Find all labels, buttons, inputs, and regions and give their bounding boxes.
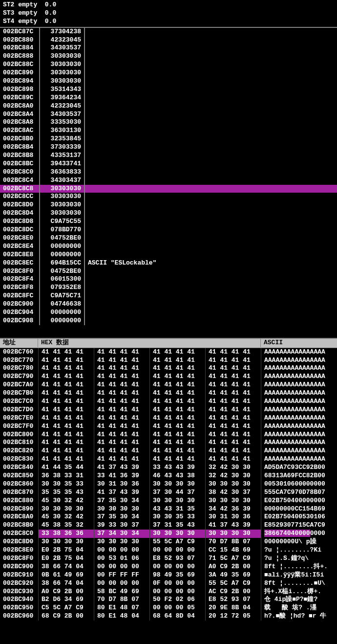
stack-row[interactable]: 002BC8D8C9A75C55 [0,218,337,226]
stack-row[interactable]: 002BC89C39364234 [0,94,337,102]
stack-address: 002BC8B4 [0,143,40,152]
hex-row[interactable]: 002BC96068 C9 2B 0080 E1 48 0468 64 8D 0… [0,612,337,621]
column-address[interactable]: 地址 [0,339,38,347]
stack-comment [85,193,337,201]
stack-row[interactable]: 002BC89430303030 [0,77,337,86]
hex-row[interactable]: 002BC940B2 D6 34 6970 D7 8B 0750 F2 02 0… [0,596,337,604]
hex-row[interactable]: 002BC8F0E0 2B 75 0400 53 01 06E8 52 93 0… [0,555,337,563]
stack-row[interactable]: 002BC8AC36303130 [0,127,337,135]
stack-row[interactable]: 002BC8A833353030 [0,118,337,127]
stack-row[interactable]: 002BC8D030303030 [0,201,337,209]
hex-byte-group: E8 52 93 07 [205,596,261,604]
stack-row[interactable]: 002BC88042323045 [0,36,337,44]
hex-row[interactable]: 002BC7B041 41 41 4141 41 41 4141 41 41 4… [0,389,337,398]
hex-row[interactable]: 002BC81041 41 41 4141 41 41 4141 41 41 4… [0,439,337,447]
stack-row[interactable]: 002BC89835314343 [0,86,337,94]
hex-row[interactable]: 002BC7A041 41 41 4141 41 41 4141 41 41 4… [0,381,337,389]
stack-row[interactable]: 002BC8C036363833 [0,168,337,177]
hex-row[interactable]: 002BC8A045 30 32 4237 35 30 3430 30 35 3… [0,513,337,521]
column-ascii[interactable]: ASCII [261,339,337,347]
hex-row[interactable]: 002BC7C041 41 41 4141 41 41 4141 41 41 4… [0,398,337,406]
hex-row[interactable]: 002BC90038 66 74 0400 00 00 0000 00 00 0… [0,563,337,571]
stack-row[interactable]: 002BC8F8079352E8 [0,284,337,292]
stack-row[interactable]: 002BC8E400000000 [0,243,337,251]
stack-comment [85,168,337,177]
hex-row[interactable]: 002BC8E0E0 2B 75 0400 00 00 0000 00 00 0… [0,546,337,555]
hex-byte-group: 30 30 35 33 [38,480,94,489]
hex-byte-group: 68 C9 2B 00 [38,612,94,621]
hex-row[interactable]: 002BC78041 41 41 4141 41 41 4141 41 41 4… [0,364,337,373]
hex-ascii: AAAAAAAAAAAAAAAA [261,422,337,431]
stack-row[interactable]: 002BC8C434303437 [0,177,337,185]
stack-row[interactable]: 002BC8F406015300 [0,275,337,284]
stack-row[interactable]: 002BC88C30303030 [0,61,337,69]
hex-byte-group: 20 9E 8B 04 [205,604,261,612]
hex-bytes: 41 41 41 4141 41 41 4141 41 41 4141 41 4… [38,439,261,447]
stack-row[interactable]: 002BC8DC078BD770 [0,226,337,234]
column-hex[interactable]: HEX 数据 [38,339,261,347]
stack-row[interactable]: 002BC90800000000 [0,317,337,325]
stack-row[interactable]: 002BC8CC30303030 [0,193,337,201]
hex-row[interactable]: 002BC88045 30 32 4237 35 30 3430 30 30 3… [0,497,337,505]
stack-value: 39364234 [40,94,85,102]
stack-row[interactable]: 002BC88434303537 [0,44,337,52]
hex-row[interactable]: 002BC92038 66 74 0400 00 00 000F 00 00 0… [0,579,337,588]
hex-byte-group: 41 41 41 41 [38,422,94,431]
hex-row[interactable]: 002BC82041 41 41 4141 41 41 4141 41 41 4… [0,447,337,455]
hex-address: 002BC8E0 [0,546,38,555]
stack-row[interactable]: 002BC8E800000000 [0,251,337,259]
hex-row[interactable]: 002BC9100B 61 49 6900 FF FF FF98 49 35 6… [0,571,337,579]
stack-row[interactable]: 002BC8D430303030 [0,209,337,218]
stack-row[interactable]: 002BC8F004752BE0 [0,267,337,276]
stack-pane[interactable]: 002BC87C37304238002BC88042323045002BC884… [0,28,337,339]
hex-row[interactable]: 002BC930A0 C9 2B 0058 BC 49 6900 00 00 0… [0,588,337,596]
hex-row[interactable]: 002BC80041 41 41 4141 41 41 4141 41 41 4… [0,431,337,439]
hex-byte-group: B2 D6 34 69 [38,596,94,604]
hex-row[interactable]: 002BC950C5 5C A7 C980 E1 48 0700 00 00 0… [0,604,337,612]
hex-row[interactable]: 002BC8D030 30 30 3030 30 30 3055 5C A7 C… [0,538,337,546]
hex-row[interactable]: 002BC83041 41 41 4141 41 41 4141 41 41 4… [0,455,337,464]
stack-row[interactable]: 002BC87C37304238 [0,28,337,36]
stack-row[interactable]: 002BC8B843353137 [0,152,337,160]
stack-row[interactable]: 002BC8BC39433741 [0,160,337,168]
hex-row[interactable]: 002BC7D041 41 41 4141 41 41 4141 41 41 4… [0,406,337,414]
stack-address: 002BC8B8 [0,152,40,160]
hex-byte-group: 80 E1 48 07 [94,604,149,612]
hex-row[interactable]: 002BC77041 41 41 4141 41 41 4141 41 41 4… [0,356,337,365]
hex-row[interactable]: 002BC7E041 41 41 4141 41 41 4141 41 41 4… [0,414,337,422]
hex-ascii: E02B750400000000 [261,497,337,505]
hex-row[interactable]: 002BC8C033 38 36 3637 34 30 3430 30 30 3… [0,530,337,538]
hex-dump-pane[interactable]: 002BC76041 41 41 4141 41 41 4141 41 41 4… [0,348,337,621]
stack-row[interactable]: 002BC8B437303339 [0,143,337,152]
hex-row[interactable]: 002BC79041 41 41 4141 41 41 4141 41 41 4… [0,373,337,381]
hex-dump-header: 地址 HEX 数据 ASCII [0,339,337,348]
hex-byte-group: 30 30 30 30 [38,538,94,546]
hex-address: 002BC8F0 [0,555,38,563]
stack-comment [85,275,337,284]
hex-row[interactable]: 002BC7F041 41 41 4141 41 41 4141 41 41 4… [0,422,337,431]
stack-row[interactable]: 002BC8E004752BE0 [0,234,337,243]
hex-row[interactable]: 002BC89030 30 30 3030 30 30 3043 43 31 3… [0,505,337,513]
hex-row[interactable]: 002BC76041 41 41 4141 41 41 4141 41 41 4… [0,348,337,356]
stack-value: 30303030 [40,61,85,69]
stack-row[interactable]: 002BC8A434303537 [0,111,337,119]
hex-ascii: AD5DA7C93CC92B00 [261,464,337,472]
hex-row[interactable]: 002BC84041 44 35 4441 37 43 3933 43 43 3… [0,464,337,472]
hex-row[interactable]: 002BC8B045 38 35 3239 33 30 3737 31 35 4… [0,521,337,530]
hex-row[interactable]: 002BC87035 35 35 4341 37 43 3937 30 44 3… [0,489,337,497]
stack-row[interactable]: 002BC88830303030 [0,52,337,61]
stack-row[interactable]: 002BC8A042323045 [0,102,337,111]
stack-row[interactable]: 002BC8EC694B15CCASCII "ESLockable" [0,259,337,267]
stack-row[interactable]: 002BC8B032353845 [0,135,337,143]
hex-row[interactable]: 002BC85036 38 33 3133 41 36 3946 43 43 3… [0,472,337,480]
stack-row[interactable]: 002BC8FCC9A75C71 [0,292,337,300]
hex-address: 002BC8B0 [0,521,38,530]
stack-row[interactable]: 002BC90400000000 [0,309,337,317]
stack-row[interactable]: 002BC8C830303030 [0,185,337,193]
stack-row[interactable]: 002BC89030303030 [0,69,337,77]
hex-row[interactable]: 002BC86030 30 35 3330 31 30 3630 30 30 3… [0,480,337,489]
stack-comment [85,218,337,226]
stack-comment [85,209,337,218]
hex-byte-group: 41 41 41 41 [149,439,205,447]
stack-row[interactable]: 002BC90004746638 [0,300,337,309]
